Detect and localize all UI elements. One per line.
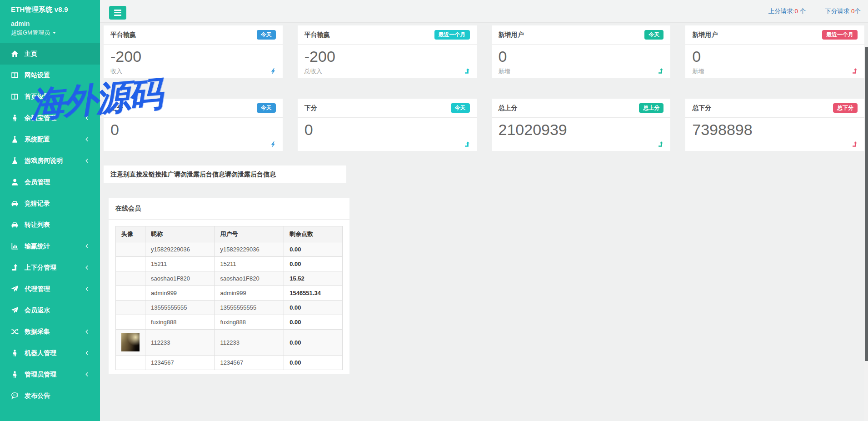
sidebar-item-system-config[interactable]: 系统配置 bbox=[0, 129, 100, 150]
car-icon bbox=[11, 221, 19, 229]
avatar-cell bbox=[116, 315, 145, 330]
sidebar-item-label: 游戏房间说明 bbox=[25, 157, 63, 165]
male-icon bbox=[11, 114, 19, 122]
sidebar-item-agent-manage[interactable]: 代理管理 bbox=[0, 278, 100, 300]
stat-card-title: 总下分 bbox=[692, 104, 711, 112]
sidebar-item-label: 机器人管理 bbox=[25, 349, 56, 357]
app-title: ETH管理系统 v8.9 bbox=[11, 5, 89, 14]
sidebar-item-yuebao-manage[interactable]: 余额宝管理 bbox=[0, 107, 100, 129]
hamburger-icon bbox=[114, 10, 121, 11]
sidebar-item-publish-notice[interactable]: 发布公告 bbox=[0, 385, 100, 406]
avatar-cell bbox=[116, 330, 145, 356]
nickname-cell: 15211 bbox=[145, 257, 215, 271]
sidebar-item-label: 系统配置 bbox=[25, 135, 50, 144]
sidebar-item-robot-manage[interactable]: 机器人管理 bbox=[0, 342, 100, 364]
scrollbar-thumb[interactable] bbox=[865, 47, 868, 361]
stat-card-badge: 今天 bbox=[257, 30, 276, 40]
stat-card-title: 平台输赢 bbox=[304, 31, 330, 39]
sidebar-item-label: 会员管理 bbox=[25, 178, 50, 186]
stat-card-badge: 今天 bbox=[644, 30, 663, 40]
table-row: admin999admin9991546551.34 bbox=[116, 286, 343, 301]
random-icon bbox=[11, 328, 19, 336]
stat-card-sublabel: 新增 bbox=[499, 67, 664, 75]
stat-card-7: 总上分总上分21020939 bbox=[492, 99, 671, 151]
stat-card-header: 平台输赢最近一个月 bbox=[298, 25, 477, 45]
notice-text: 注意别直接发链接推广请勿泄露后台信息请勿泄露后台信息 bbox=[110, 170, 276, 178]
sidebar-item-updown-manage[interactable]: 上下分管理 bbox=[0, 257, 100, 278]
flask-icon bbox=[11, 135, 19, 143]
stat-card-body: -200总收入 bbox=[298, 45, 477, 78]
table-row: 15211152110.00 bbox=[116, 257, 343, 271]
stat-card-value: 0 bbox=[110, 122, 276, 138]
stat-card-header: 总下分总下分 bbox=[685, 99, 864, 118]
avatar-cell bbox=[116, 257, 145, 271]
stat-card-header: 上分今天 bbox=[104, 99, 283, 118]
stat-card-value: 0 bbox=[499, 49, 664, 65]
chevron-left-icon bbox=[84, 265, 90, 271]
brand: ETH管理系统 v8.9 admin 超级GM管理员 bbox=[0, 0, 100, 39]
stat-card-body: 0新增 bbox=[492, 45, 671, 78]
stat-card-badge: 今天 bbox=[257, 103, 276, 113]
stat-card-4: 新增用户最近一个月0新增 bbox=[685, 25, 864, 78]
stat-card-badge: 最近一个月 bbox=[822, 30, 858, 40]
account-cell: fuxing888 bbox=[215, 315, 284, 330]
request-label: 下分请求 bbox=[825, 8, 851, 15]
stat-card-body: 0 bbox=[104, 118, 283, 151]
account-cell: admin999 bbox=[215, 286, 284, 301]
chevron-left-icon bbox=[84, 329, 90, 335]
sidebar-item-admin-manage[interactable]: 管理员管理 bbox=[0, 364, 100, 385]
table-row: fuxing888fuxing8880.00 bbox=[116, 315, 343, 330]
nickname-cell: saoshao1F820 bbox=[145, 271, 215, 286]
account-cell: y15829229036 bbox=[215, 242, 284, 257]
send-icon bbox=[11, 285, 19, 293]
sidebar-item-member-manage[interactable]: 会员管理 bbox=[0, 171, 100, 193]
account-cell: 112233 bbox=[215, 330, 284, 356]
sidebar-item-homepage-settings[interactable]: 首页设置 bbox=[0, 86, 100, 107]
sidebar-item-label: 输赢统计 bbox=[25, 242, 50, 251]
member-avatar bbox=[121, 333, 140, 351]
sidebar-item-member-rebate[interactable]: 会员返水 bbox=[0, 300, 100, 321]
online-members-table: 头像昵称用户号剩余点数 y15829229036y158292290360.00… bbox=[115, 226, 343, 370]
avatar-cell bbox=[116, 286, 145, 301]
down-score-requests-link[interactable]: 下分请求 0个 bbox=[825, 7, 861, 15]
sidebar-item-data-collect[interactable]: 数据采集 bbox=[0, 321, 100, 342]
sidebar-item-site-settings[interactable]: 网站设置 bbox=[0, 65, 100, 86]
stat-card-body: -200收入 bbox=[104, 45, 283, 78]
points-cell: 15.52 bbox=[284, 271, 343, 286]
stat-card-value: 0 bbox=[692, 49, 858, 65]
avatar-cell bbox=[116, 301, 145, 315]
sidebar-item-label: 代理管理 bbox=[25, 285, 50, 293]
stat-card-badge: 总上分 bbox=[639, 103, 663, 113]
levelup-icon bbox=[852, 68, 858, 75]
sidebar-item-bet-records[interactable]: 竞猜记录 bbox=[0, 193, 100, 214]
stat-card-8: 总下分总下分7398898 bbox=[685, 99, 864, 151]
user-role-dropdown[interactable]: 超级GM管理员 bbox=[11, 29, 89, 37]
sidebar-item-label: 主页 bbox=[25, 50, 37, 58]
sidebar-item-winloss-stats[interactable]: 输赢统计 bbox=[0, 236, 100, 257]
sidebar-item-home[interactable]: 主页 bbox=[0, 43, 100, 65]
user-name: admin bbox=[11, 20, 89, 27]
table-row: 1122331122330.00 bbox=[116, 330, 343, 356]
chevron-left-icon bbox=[84, 115, 90, 121]
columns-icon bbox=[11, 93, 19, 100]
sidebar-item-game-room-info[interactable]: 游戏房间说明 bbox=[0, 150, 100, 171]
levelup-icon bbox=[464, 68, 470, 75]
points-cell: 0.00 bbox=[284, 301, 343, 315]
scrollbar-track[interactable] bbox=[864, 45, 868, 421]
stat-card-5: 上分今天0 bbox=[104, 99, 283, 151]
column-header-1: 昵称 bbox=[145, 226, 215, 242]
sidebar-item-transfer-list[interactable]: 转让列表 bbox=[0, 214, 100, 236]
points-cell: 0.00 bbox=[284, 356, 343, 370]
user-role-label: 超级GM管理员 bbox=[11, 29, 50, 37]
sidebar-item-label: 转让列表 bbox=[25, 221, 50, 229]
table-row: 13555555555135555555550.00 bbox=[116, 301, 343, 315]
up-score-requests-link[interactable]: 上分请求:0 个 bbox=[768, 7, 806, 15]
chevron-left-icon bbox=[84, 243, 90, 249]
stat-card-value: 0 bbox=[304, 122, 470, 138]
account-cell: 1234567 bbox=[215, 356, 284, 370]
stat-card-body: 21020939 bbox=[492, 118, 671, 151]
table-header-row: 头像昵称用户号剩余点数 bbox=[116, 226, 343, 242]
stat-card-value: -200 bbox=[304, 49, 470, 65]
table-row: saoshao1F820saoshao1F82015.52 bbox=[116, 271, 343, 286]
sidebar-toggle-button[interactable] bbox=[109, 6, 126, 20]
